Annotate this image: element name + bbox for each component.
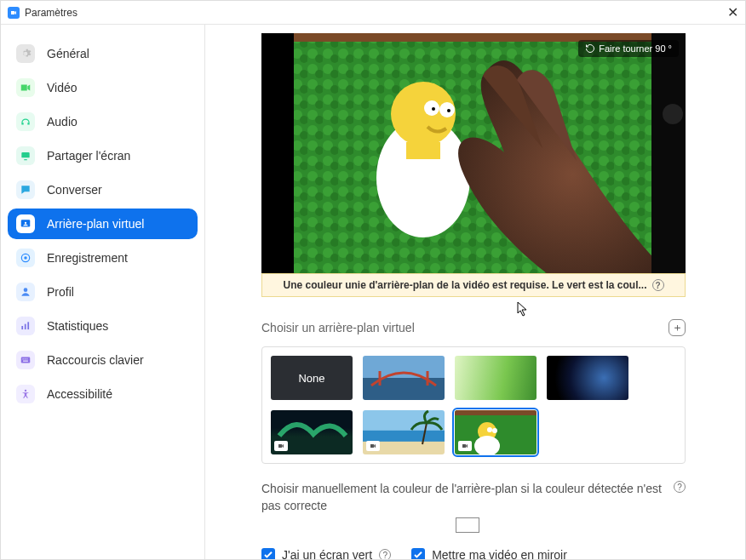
sidebar-item-label: Arrière-plan virtuel bbox=[47, 217, 144, 231]
checkbox-checked-icon bbox=[261, 548, 275, 559]
sidebar-item-label: Profil bbox=[47, 285, 74, 299]
sidebar-item-virtual-background[interactable]: Arrière-plan virtuel bbox=[8, 209, 198, 239]
svg-line-32 bbox=[422, 423, 427, 444]
svg-rect-6 bbox=[21, 326, 23, 329]
sidebar-item-shortcuts[interactable]: Raccourcis clavier bbox=[8, 345, 198, 375]
svg-point-23 bbox=[424, 100, 439, 116]
cursor-icon bbox=[517, 301, 529, 320]
chart-icon bbox=[16, 317, 35, 335]
rotate-icon bbox=[585, 43, 595, 54]
preview-image bbox=[261, 33, 686, 273]
svg-rect-8 bbox=[27, 322, 29, 329]
keyboard-icon bbox=[16, 351, 35, 369]
sidebar-item-label: Partager l'écran bbox=[47, 149, 130, 163]
choose-bg-label: Choisir un arrière-plan virtuel bbox=[261, 321, 415, 334]
svg-point-37 bbox=[474, 436, 500, 454]
svg-point-36 bbox=[492, 428, 497, 433]
svg-point-25 bbox=[432, 107, 435, 111]
help-icon[interactable]: ? bbox=[379, 549, 391, 559]
svg-point-4 bbox=[24, 256, 27, 260]
svg-rect-11 bbox=[25, 358, 26, 359]
titlebar: Paramètres ✕ bbox=[1, 1, 745, 25]
headphones-icon bbox=[16, 112, 35, 131]
svg-rect-7 bbox=[25, 324, 26, 329]
rotate-label: Faire tourner 90 ° bbox=[599, 43, 672, 54]
sidebar-item-recording[interactable]: Enregistrement bbox=[8, 243, 198, 273]
svg-rect-9 bbox=[21, 357, 31, 363]
svg-rect-28 bbox=[651, 33, 686, 273]
bg-option-bridge[interactable] bbox=[363, 356, 445, 400]
sidebar-item-general[interactable]: Général bbox=[8, 38, 198, 69]
close-icon[interactable]: ✕ bbox=[727, 4, 738, 20]
camera-badge-icon bbox=[274, 441, 288, 451]
camera-badge-icon bbox=[458, 441, 472, 451]
chat-icon bbox=[16, 180, 35, 199]
sidebar-item-statistics[interactable]: Statistiques bbox=[8, 311, 198, 341]
svg-point-26 bbox=[447, 109, 450, 112]
bg-option-simpsons[interactable] bbox=[455, 410, 537, 454]
bg-option-aurora[interactable] bbox=[271, 410, 353, 454]
gear-icon bbox=[16, 44, 35, 63]
sidebar-item-label: Audio bbox=[47, 115, 77, 129]
mirror-video-label: Mettre ma vidéo en miroir bbox=[432, 548, 567, 559]
svg-point-14 bbox=[25, 390, 26, 391]
sidebar-item-label: Enregistrement bbox=[47, 251, 128, 265]
add-background-button[interactable]: ＋ bbox=[669, 319, 686, 336]
sidebar: Général Vidéo Audio Partager l'écran Con… bbox=[1, 25, 205, 559]
person-icon bbox=[16, 283, 35, 301]
background-thumbnails: None bbox=[261, 346, 686, 464]
app-icon bbox=[8, 7, 20, 19]
svg-rect-10 bbox=[23, 358, 24, 359]
warning-banner: Une couleur unie d'arrière-plan de la vi… bbox=[261, 273, 686, 297]
sidebar-item-profile[interactable]: Profil bbox=[8, 277, 198, 307]
sidebar-item-accessibility[interactable]: Accessibilité bbox=[8, 379, 198, 409]
green-screen-label: J'ai un écran vert bbox=[282, 548, 372, 559]
svg-rect-13 bbox=[23, 361, 28, 362]
sidebar-item-chat[interactable]: Converser bbox=[8, 174, 198, 205]
svg-rect-12 bbox=[26, 358, 27, 359]
background-color-swatch[interactable] bbox=[456, 517, 479, 533]
video-preview: Faire tourner 90 ° bbox=[261, 33, 686, 273]
main-panel: Faire tourner 90 ° Une couleur unie d'ar… bbox=[205, 25, 745, 559]
bg-option-beach[interactable] bbox=[363, 410, 445, 454]
bg-option-grass[interactable] bbox=[455, 356, 537, 400]
sidebar-item-label: Vidéo bbox=[47, 81, 77, 94]
sidebar-item-label: Converser bbox=[47, 183, 102, 197]
manual-color-label: Choisir manuellement la couleur de l'arr… bbox=[261, 481, 667, 514]
svg-point-24 bbox=[439, 102, 455, 117]
sidebar-item-video[interactable]: Vidéo bbox=[8, 72, 198, 103]
sidebar-item-label: Raccourcis clavier bbox=[47, 353, 144, 367]
bg-option-none[interactable]: None bbox=[271, 356, 353, 400]
sidebar-item-label: Accessibilité bbox=[47, 387, 112, 401]
mirror-video-checkbox[interactable]: Mettre ma vidéo en miroir bbox=[411, 548, 567, 559]
background-icon bbox=[16, 214, 35, 233]
record-icon bbox=[16, 249, 35, 267]
svg-point-29 bbox=[663, 104, 683, 124]
help-icon[interactable]: ? bbox=[674, 481, 686, 493]
green-screen-checkbox[interactable]: J'ai un écran vert ? bbox=[261, 548, 391, 559]
camera-icon bbox=[16, 78, 35, 97]
sidebar-item-label: Statistiques bbox=[47, 319, 108, 333]
sidebar-item-label: Général bbox=[47, 47, 89, 60]
svg-point-2 bbox=[25, 222, 26, 224]
bg-option-space[interactable] bbox=[547, 356, 628, 400]
window-title: Paramètres bbox=[25, 7, 727, 19]
svg-rect-27 bbox=[406, 142, 440, 159]
help-icon[interactable]: ? bbox=[652, 279, 664, 291]
warning-text: Une couleur unie d'arrière-plan de la vi… bbox=[284, 279, 647, 291]
svg-point-35 bbox=[487, 427, 492, 432]
accessibility-icon bbox=[16, 385, 35, 403]
svg-point-5 bbox=[24, 288, 28, 292]
camera-badge-icon bbox=[366, 441, 380, 451]
checkbox-checked-icon bbox=[411, 548, 425, 559]
svg-rect-0 bbox=[21, 152, 29, 157]
sidebar-item-audio[interactable]: Audio bbox=[8, 106, 198, 137]
none-label: None bbox=[298, 372, 324, 385]
svg-rect-33 bbox=[455, 410, 537, 415]
sidebar-item-share[interactable]: Partager l'écran bbox=[8, 140, 198, 171]
rotate-button[interactable]: Faire tourner 90 ° bbox=[578, 40, 679, 57]
share-icon bbox=[16, 146, 35, 165]
